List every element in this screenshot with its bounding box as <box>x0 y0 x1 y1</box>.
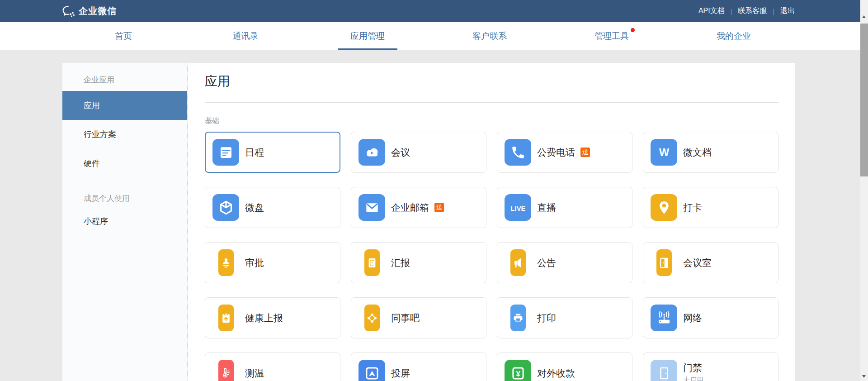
app-card-测温[interactable]: 测温 <box>205 352 340 381</box>
brand-logo[interactable]: 企业微信 <box>62 5 117 17</box>
top-link-separator: | <box>731 8 732 15</box>
gift-badge: 送 <box>434 203 444 212</box>
apps-grid: 日程会议公费电话送W微文档微盘企业邮箱送LIVE直播打卡审批汇报公告会议室健康上… <box>205 132 778 381</box>
nav-tab-0[interactable]: 首页 <box>62 22 184 50</box>
wechat-work-bubble-icon <box>62 5 79 17</box>
nav-tab-label: 应用管理 <box>350 30 385 42</box>
sidebar-item-硬件[interactable]: 硬件 <box>62 149 187 178</box>
top-links: API文档|联系客服|退出 <box>698 6 795 16</box>
app-icon-slot: ¥ <box>505 360 531 381</box>
app-name: 会议 <box>391 147 410 158</box>
app-name: 公费电话 <box>537 147 575 158</box>
sidebar: 企业应用应用行业方案硬件成员个人使用小程序 <box>62 63 188 381</box>
main-panel: 应用 基础 日程会议公费电话送W微文档微盘企业邮箱送LIVE直播打卡审批汇报公告… <box>188 63 795 381</box>
app-card-同事吧[interactable]: 同事吧 <box>351 297 486 338</box>
nav-tab-1[interactable]: 通讯录 <box>184 22 307 50</box>
nav-tab-2[interactable]: 应用管理 <box>307 22 429 50</box>
app-card-企业邮箱[interactable]: 企业邮箱送 <box>351 187 486 228</box>
app-card-健康上报[interactable]: 健康上报 <box>205 297 340 338</box>
app-card-会议室[interactable]: 会议室 <box>643 242 778 283</box>
live-text-icon: LIVE <box>505 194 531 221</box>
top-link-0[interactable]: API文档 <box>698 6 725 16</box>
calendar-icon <box>212 139 239 166</box>
section-label-basic: 基础 <box>205 116 778 125</box>
top-bar: 企业微信 API文档|联系客服|退出 <box>0 0 860 22</box>
app-name: 打印 <box>537 312 556 324</box>
app-text: 直播 <box>537 202 556 214</box>
app-text: 打印 <box>537 312 556 324</box>
nav-tab-label: 首页 <box>115 30 132 42</box>
app-icon-slot <box>651 305 677 331</box>
router-wifi-icon <box>651 305 677 331</box>
app-card-打卡[interactable]: 打卡 <box>643 187 778 228</box>
app-icon-slot <box>212 360 239 381</box>
top-link-separator: | <box>773 8 774 15</box>
title-divider <box>205 102 778 103</box>
app-text: 公费电话送 <box>537 147 590 158</box>
scroll-down-arrow-icon[interactable] <box>860 372 868 380</box>
nav-tab-3[interactable]: 客户联系 <box>429 22 551 50</box>
app-text: 同事吧 <box>391 312 420 324</box>
app-card-投屏[interactable]: 投屏 <box>351 352 486 381</box>
nav-tab-label: 通讯录 <box>233 30 259 42</box>
app-icon-slot <box>212 249 239 276</box>
app-text: 会议室 <box>683 257 712 269</box>
app-name: 网络 <box>683 312 702 324</box>
app-icon-slot <box>212 194 239 221</box>
nav-tab-4[interactable]: 管理工具 <box>551 22 673 50</box>
app-name: 测温 <box>245 367 264 379</box>
app-card-公费电话[interactable]: 公费电话送 <box>497 132 632 173</box>
app-name: 健康上报 <box>245 312 283 324</box>
active-tab-underline <box>338 48 397 50</box>
app-card-日程[interactable]: 日程 <box>205 132 340 173</box>
printer-icon <box>510 305 526 331</box>
sidebar-item-应用[interactable]: 应用 <box>62 91 187 120</box>
top-link-2[interactable]: 退出 <box>780 6 795 16</box>
app-icon-slot <box>359 305 385 331</box>
app-name: 会议室 <box>683 257 712 269</box>
app-icon-slot <box>359 249 385 276</box>
app-text: 公告 <box>537 257 556 269</box>
nav-tab-5[interactable]: 我的企业 <box>673 22 795 50</box>
app-card-汇报[interactable]: 汇报 <box>351 242 486 283</box>
screen-cast-icon <box>359 360 385 381</box>
app-text: 会议 <box>391 147 410 158</box>
top-link-1[interactable]: 联系客服 <box>738 6 767 16</box>
vertical-scrollbar[interactable] <box>860 0 868 381</box>
megaphone-icon <box>510 249 526 276</box>
app-card-对外收款[interactable]: ¥对外收款 <box>497 352 632 381</box>
report-doc-icon <box>364 249 380 276</box>
w-letter-icon: W <box>651 139 677 166</box>
sidebar-item-小程序[interactable]: 小程序 <box>62 209 187 234</box>
app-icon-slot <box>651 194 677 221</box>
app-card-打印[interactable]: 打印 <box>497 297 632 338</box>
app-name: 微文档 <box>683 147 712 158</box>
app-card-会议[interactable]: 会议 <box>351 132 486 173</box>
app-card-微盘[interactable]: 微盘 <box>205 187 340 228</box>
app-icon-slot <box>359 194 385 221</box>
app-card-微文档[interactable]: W微文档 <box>643 132 778 173</box>
primary-nav: 首页通讯录应用管理客户联系管理工具我的企业 <box>0 22 860 50</box>
app-name: 日程 <box>245 147 264 158</box>
health-clipboard-icon <box>218 305 234 331</box>
app-icon-slot <box>359 139 385 166</box>
app-text: 投屏 <box>391 367 410 379</box>
app-card-网络[interactable]: 网络 <box>643 297 778 338</box>
svg-text:LIVE: LIVE <box>510 205 525 212</box>
app-text: 测温 <box>245 367 264 379</box>
app-card-审批[interactable]: 审批 <box>205 242 340 283</box>
app-card-门禁[interactable]: 门禁未启用 <box>643 352 778 381</box>
sidebar-item-行业方案[interactable]: 行业方案 <box>62 120 187 149</box>
yuan-payment-icon: ¥ <box>505 360 531 381</box>
app-name: 微盘 <box>245 202 264 214</box>
compass-diamond-icon <box>364 305 380 331</box>
app-card-直播[interactable]: LIVE直播 <box>497 187 632 228</box>
scrollbar-thumb[interactable] <box>860 24 868 176</box>
app-icon-slot <box>505 139 531 166</box>
scroll-up-arrow-icon[interactable] <box>860 13 868 20</box>
app-text: 健康上报 <box>245 312 283 324</box>
app-card-公告[interactable]: 公告 <box>497 242 632 283</box>
app-name: 公告 <box>537 257 556 269</box>
app-name: 审批 <box>245 257 264 269</box>
notification-red-dot <box>631 28 635 32</box>
